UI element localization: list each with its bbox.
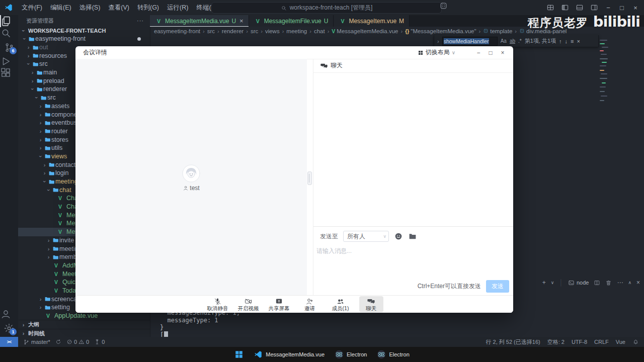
maximize-icon[interactable]: □ <box>487 49 495 56</box>
taskbar-item-vscode[interactable]: MessageItemMedia.vue <box>249 347 329 361</box>
new-terminal-icon[interactable]: + <box>542 279 546 286</box>
tab-messageitem-vue[interactable]: VMessageItem.vueM <box>334 15 410 27</box>
minimize-icon[interactable]: − <box>474 49 482 56</box>
split-terminal-icon[interactable] <box>594 280 600 286</box>
indentation[interactable]: 空格: 2 <box>547 338 565 346</box>
menu-item[interactable]: 编辑(E) <box>46 4 75 11</box>
breadcrumb-item[interactable]: meeting <box>286 28 307 34</box>
start-button[interactable] <box>230 347 248 361</box>
menu-item[interactable]: 文件(F) <box>18 4 46 11</box>
search-sidebar-icon[interactable] <box>0 27 12 39</box>
emoji-icon[interactable] <box>394 232 403 241</box>
regex-icon[interactable]: .* <box>518 38 522 44</box>
match-case-icon[interactable]: Aa <box>501 38 507 44</box>
more-actions-icon[interactable]: ⋯ <box>617 279 623 286</box>
chat-button[interactable]: 聊天 <box>359 296 383 312</box>
eol[interactable]: CRLF <box>594 339 609 345</box>
breadcrumb-item[interactable]: renderer <box>222 28 244 34</box>
menu-item[interactable]: 选择(S) <box>75 4 105 11</box>
breadcrumb-item[interactable]: div.media-panel <box>519 28 567 34</box>
vscode-titlebar: 文件(F)编辑(E)选择(S)查看(V)转到(G)运行(R)终端(T)··· ←… <box>0 0 644 15</box>
sync-icon[interactable] <box>55 339 61 345</box>
account-icon[interactable] <box>0 308 12 320</box>
toggle-replace-icon[interactable]: › <box>437 38 439 44</box>
invite-button[interactable]: 邀请 <box>298 296 322 312</box>
maximize-panel-icon[interactable]: ∧ <box>628 280 631 285</box>
chat-header: 聊天 <box>313 59 513 73</box>
toggle-sidebar-icon[interactable] <box>561 4 569 12</box>
maximize-icon[interactable]: □ <box>618 4 625 12</box>
breadcrumb-item[interactable]: src <box>207 28 215 34</box>
tree-item-label: assets <box>51 103 69 110</box>
profile-badge-icon[interactable] <box>439 2 448 10</box>
tab-messageitemmedia-vue[interactable]: VMessageItemMedia.vueU× <box>150 15 249 27</box>
sidebar-section-outline[interactable]: ›大纲 <box>18 320 150 329</box>
toggle-panel-icon[interactable] <box>576 4 584 12</box>
taskbar-item-label: Electron <box>389 351 409 357</box>
close-icon[interactable]: × <box>499 49 507 56</box>
send-file-icon[interactable] <box>408 232 417 241</box>
breadcrumb-item[interactable]: views <box>265 28 280 34</box>
switch-layout-button[interactable]: 切换布局 ∨ <box>418 48 455 57</box>
terminal-output[interactable]: messageSend2Type: 1, messageType: 1}[ <box>160 309 240 338</box>
customize-layout-icon[interactable] <box>546 4 554 12</box>
breadcrumb-item[interactable]: easymeeting-front <box>154 28 200 34</box>
remote-indicator-icon[interactable]: >< <box>0 337 18 347</box>
close-find-icon[interactable]: × <box>577 38 580 44</box>
screen-share-button[interactable]: 共享屏幕 <box>267 296 291 312</box>
breadcrumb-separator-icon: › <box>309 28 311 34</box>
pane-resize-handle[interactable] <box>307 171 312 185</box>
camera-off-button[interactable]: 开启视频 <box>236 296 261 312</box>
minimap-line <box>600 58 608 59</box>
breadcrumb-item[interactable]: template <box>483 28 512 34</box>
language-mode[interactable]: Vue <box>616 339 625 345</box>
find-next-icon[interactable]: ↓ <box>565 38 568 44</box>
folder-icon <box>44 296 51 302</box>
close-icon[interactable]: × <box>632 4 639 12</box>
menu-item[interactable]: 查看(V) <box>104 4 133 11</box>
git-branch-item[interactable]: master* <box>23 339 50 345</box>
close-panel-icon[interactable]: × <box>636 279 640 286</box>
tree-item[interactable]: VAppUpdate.vue <box>18 312 150 320</box>
members-button[interactable]: 成员(1) <box>329 296 353 312</box>
menu-item[interactable]: 运行(R) <box>163 4 192 11</box>
gear-icon[interactable]: 1 <box>0 320 18 337</box>
run-debug-icon[interactable] <box>0 56 11 67</box>
kill-terminal-icon[interactable] <box>605 280 612 286</box>
close-tab-icon[interactable]: × <box>239 17 244 25</box>
tree-item[interactable]: ›easymeeting-front <box>18 35 150 43</box>
encoding[interactable]: UTF-8 <box>572 339 587 345</box>
minimap[interactable] <box>599 38 611 111</box>
whole-word-icon[interactable]: ab <box>510 38 515 44</box>
command-center-search[interactable]: workspace-front-teach [管理员] <box>211 2 442 14</box>
message-input[interactable]: 请输入消息... <box>313 242 513 255</box>
taskbar-item-electron[interactable]: Electron <box>372 347 414 361</box>
workspace-row[interactable]: › WORKSPACE-FRONT-TEACH <box>18 26 150 35</box>
breadcrumb-item[interactable]: VMessageItemMedia.vue <box>332 28 398 34</box>
find-in-selection-icon[interactable]: ≡ <box>571 38 574 44</box>
sidebar-section-timeline[interactable]: ›时间线 <box>18 329 150 337</box>
breadcrumb-item[interactable]: chat <box>314 28 325 34</box>
find-input[interactable]: showMediaHandler <box>442 37 498 46</box>
taskbar-item-electron[interactable]: Electron <box>330 347 371 361</box>
send-to-select[interactable]: 所有人 ∨ <box>343 231 389 242</box>
send-button[interactable]: 发送 <box>486 280 509 293</box>
ports-item[interactable]: 0 <box>94 339 105 345</box>
cursor-position[interactable]: 行 2, 列 52 (已选择16) <box>486 338 540 346</box>
explorer-icon[interactable] <box>0 15 12 27</box>
breadcrumb-item[interactable]: src <box>251 28 258 34</box>
source-control-icon[interactable]: 6 <box>0 39 18 56</box>
minimize-icon[interactable]: − <box>605 4 612 12</box>
terminal-dropdown-icon[interactable]: ∨ <box>551 280 554 285</box>
toggle-secondary-sidebar-icon[interactable] <box>590 4 598 12</box>
menu-item[interactable]: 转到(G) <box>133 4 163 11</box>
breadcrumb-item[interactable]: {}"MessageItemMedia.vue" <box>405 28 476 34</box>
more-actions-icon[interactable]: ··· <box>137 18 144 24</box>
tab-messageitemfile-vue[interactable]: VMessageItemFile.vueU <box>249 15 334 27</box>
extensions-icon[interactable] <box>0 67 12 78</box>
terminal-tab-node[interactable]: node <box>568 280 589 286</box>
bell-icon[interactable] <box>632 339 639 345</box>
mic-off-button[interactable]: 取消静音 <box>206 296 230 312</box>
problems-item[interactable]: 0 0 <box>66 339 89 345</box>
find-previous-icon[interactable]: ↑ <box>559 38 562 44</box>
